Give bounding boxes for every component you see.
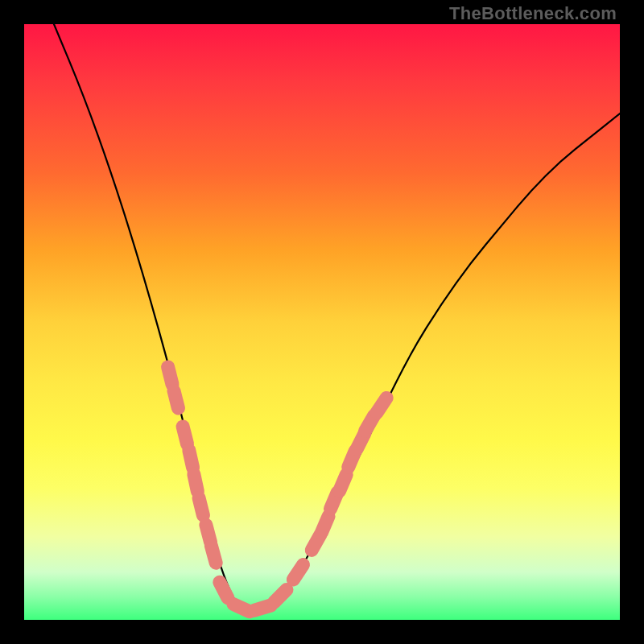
highlight-dash [168,367,172,384]
highlight-dash [293,565,303,580]
bottleneck-curve [54,24,620,608]
highlight-dash [189,451,193,468]
highlight-dash [321,517,328,533]
watermark-text: TheBottleneck.com [449,3,617,24]
highlight-dash [194,474,198,492]
highlight-dash [183,427,187,444]
highlight-dashes [168,367,387,612]
highlight-dash [274,590,287,603]
chart-frame [24,24,620,620]
highlight-dash [174,391,178,408]
highlight-dash [220,582,228,598]
highlight-dash [377,398,386,412]
highlight-dash [254,605,271,610]
chart-svg [24,24,620,620]
highlight-dash [211,546,216,563]
highlight-dash [340,475,347,491]
highlight-dash [199,498,203,515]
